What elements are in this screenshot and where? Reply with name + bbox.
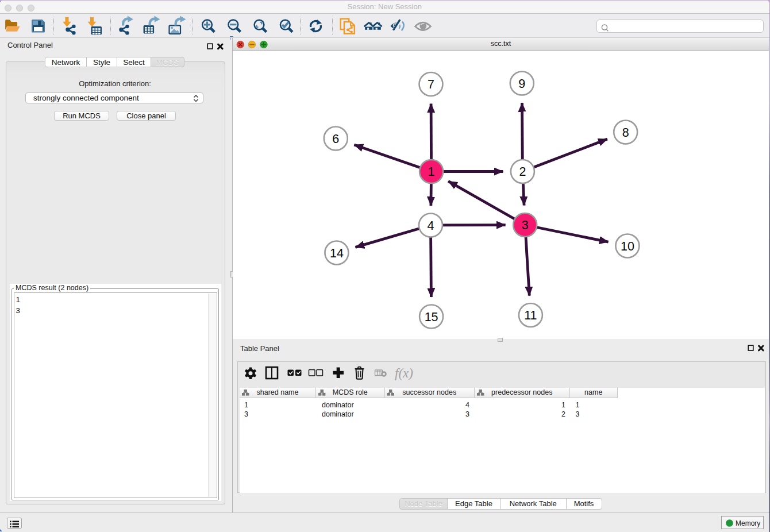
svg-text:11: 11	[524, 309, 537, 322]
svg-text:2: 2	[519, 165, 526, 179]
svg-text:3: 3	[522, 218, 529, 232]
svg-text:f(x): f(x)	[395, 366, 413, 380]
svg-text:1: 1	[428, 165, 435, 179]
svg-text:9: 9	[518, 77, 525, 91]
svg-text:4: 4	[428, 219, 434, 233]
svg-text:10: 10	[621, 240, 634, 253]
svg-text:6: 6	[332, 132, 339, 146]
svg-text:14: 14	[330, 246, 344, 260]
svg-text:7: 7	[428, 78, 434, 91]
svg-text:15: 15	[425, 310, 438, 324]
svg-text:8: 8	[622, 126, 629, 140]
